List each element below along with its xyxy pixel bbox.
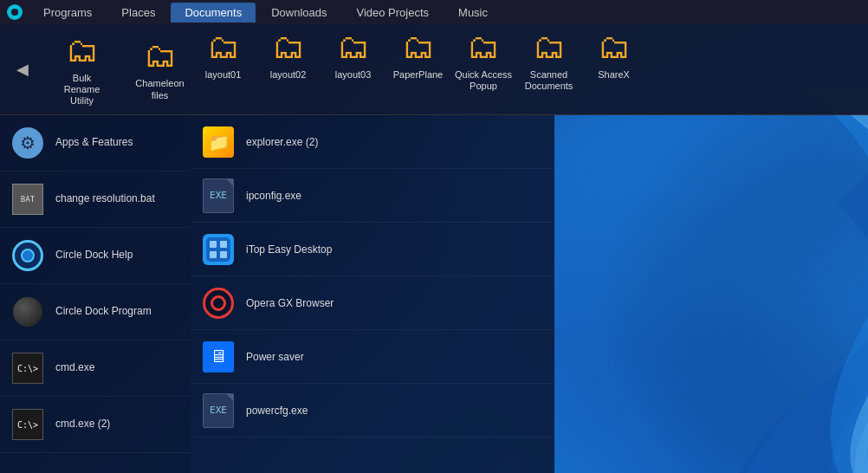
folder-label: Bulk Rename Utility bbox=[54, 73, 110, 107]
folder-strip-main: 🗂 layout01 🗂 layout02 🗂 layout03 🗂 Paper… bbox=[191, 24, 868, 115]
right-decoration bbox=[554, 115, 868, 473]
folder-chameleon[interactable]: 🗂 Chameleonfiles bbox=[127, 33, 191, 105]
folder-icon: 🗂 bbox=[337, 29, 370, 66]
explorer-icon: 📁 bbox=[201, 125, 236, 159]
folder-label: ShareX bbox=[598, 69, 630, 81]
folder-icon: 🗂 bbox=[272, 29, 305, 66]
folder-icon: 🗂 bbox=[66, 32, 99, 69]
file-label: explorer.exe (2) bbox=[246, 136, 318, 148]
sidebar-item-cmd[interactable]: C:\> cmd.exe bbox=[0, 340, 191, 397]
cmd-icon: C:\> bbox=[10, 351, 45, 386]
folder-scanned-docs[interactable]: 🗂 ScannedDocuments bbox=[516, 24, 581, 114]
app-logo bbox=[7, 4, 23, 20]
tab-music[interactable]: Music bbox=[444, 3, 502, 23]
gear-icon: ⚙ bbox=[10, 126, 45, 160]
tab-documents[interactable]: Documents bbox=[171, 3, 256, 23]
main-content: 🗂 layout01 🗂 layout02 🗂 layout03 🗂 Paper… bbox=[191, 24, 868, 473]
strip-back-button[interactable]: ◀ bbox=[13, 56, 32, 82]
file-label: iTop Easy Desktop bbox=[246, 243, 332, 256]
navbar: Programs Places Documents Downloads Vide… bbox=[0, 0, 868, 24]
folder-label: Chameleonfiles bbox=[135, 78, 184, 100]
folder-sharex[interactable]: 🗂 ShareX bbox=[581, 24, 646, 114]
file-label: Opera GX Browser bbox=[246, 297, 334, 309]
sidebar-item-label: change resolution.bat bbox=[55, 192, 155, 206]
sidebar-item-change-resolution[interactable]: BAT change resolution.bat bbox=[0, 172, 191, 228]
folder-icon: 🗂 bbox=[467, 29, 500, 66]
ball-icon bbox=[10, 295, 45, 329]
svg-rect-3 bbox=[220, 241, 227, 248]
folder-label: Quick AccessPopup bbox=[455, 69, 512, 92]
file-item-ipconfig[interactable]: EXE ipconfig.exe bbox=[191, 169, 554, 223]
svg-rect-4 bbox=[210, 251, 217, 258]
folder-layout02[interactable]: 🗂 layout02 bbox=[256, 24, 321, 114]
file-label: powercfg.exe bbox=[246, 405, 308, 417]
folder-icon: 🗂 bbox=[207, 29, 240, 66]
tab-places[interactable]: Places bbox=[107, 3, 169, 23]
circle-dock-icon bbox=[10, 238, 45, 273]
folder-label: layout02 bbox=[270, 69, 307, 81]
sidebar-item-cmd2[interactable]: C:\> cmd.exe (2) bbox=[0, 397, 191, 453]
folder-label: layout03 bbox=[335, 69, 372, 81]
svg-rect-5 bbox=[220, 251, 227, 258]
powercfg-icon: EXE bbox=[201, 393, 236, 428]
tab-downloads[interactable]: Downloads bbox=[257, 3, 340, 23]
folder-icon: 🗂 bbox=[402, 29, 435, 66]
folder-layout03[interactable]: 🗂 layout03 bbox=[321, 24, 385, 114]
svg-rect-2 bbox=[210, 241, 217, 248]
file-item-powercfg[interactable]: EXE powercfg.exe bbox=[191, 384, 554, 437]
sidebar-item-label: Apps & Features bbox=[55, 136, 133, 150]
cmd2-icon: C:\> bbox=[10, 407, 45, 442]
ipconfig-icon: EXE bbox=[201, 178, 236, 213]
file-label: Power saver bbox=[246, 351, 304, 363]
folder-paperplane[interactable]: 🗂 PaperPlane bbox=[385, 24, 450, 114]
sidebar-item-apps-features[interactable]: ⚙ Apps & Features bbox=[0, 115, 191, 172]
folder-label: ScannedDocuments bbox=[525, 69, 573, 92]
folder-layout01[interactable]: 🗂 layout01 bbox=[191, 24, 256, 114]
file-list: 📁 explorer.exe (2) EXE ipconfig.exe bbox=[191, 115, 554, 473]
strip-nav-left: ◀ bbox=[9, 56, 36, 82]
svg-rect-1 bbox=[206, 237, 230, 262]
sidebar-item-circle-dock-program[interactable]: Circle Dock Program bbox=[0, 284, 191, 340]
lower-content: 📁 explorer.exe (2) EXE ipconfig.exe bbox=[191, 115, 868, 473]
file-label: ipconfig.exe bbox=[246, 190, 301, 202]
file-item-explorer2[interactable]: 📁 explorer.exe (2) bbox=[191, 115, 554, 169]
sidebar-item-label: Circle Dock Help bbox=[55, 249, 133, 262]
bat-icon: BAT bbox=[10, 182, 45, 217]
folder-icon: 🗂 bbox=[144, 37, 177, 75]
folder-strip: ◀ 🗂 Bulk Rename Utility 🗂 Chameleonfiles… bbox=[0, 24, 191, 115]
left-sidebar: ◀ 🗂 Bulk Rename Utility 🗂 Chameleonfiles… bbox=[0, 24, 191, 473]
file-item-power-saver[interactable]: 🖥 Power saver bbox=[191, 330, 554, 384]
folder-label: PaperPlane bbox=[393, 69, 444, 81]
content-area: ◀ 🗂 Bulk Rename Utility 🗂 Chameleonfiles… bbox=[0, 24, 868, 473]
tab-video-projects[interactable]: Video Projects bbox=[342, 3, 443, 23]
sidebar-item-label: cmd.exe (2) bbox=[55, 418, 110, 431]
file-item-itop[interactable]: iTop Easy Desktop bbox=[191, 223, 554, 276]
folder-icon: 🗂 bbox=[533, 29, 566, 66]
folder-icon: 🗂 bbox=[598, 29, 631, 66]
folder-label: layout01 bbox=[205, 69, 242, 81]
folder-quick-access[interactable]: 🗂 Quick AccessPopup bbox=[450, 24, 516, 114]
sidebar-item-circle-dock-help[interactable]: Circle Dock Help bbox=[0, 228, 191, 284]
sidebar-item-label: Circle Dock Program bbox=[55, 305, 152, 319]
itop-icon bbox=[201, 232, 236, 267]
tab-programs[interactable]: Programs bbox=[29, 3, 106, 23]
nav-tabs: Programs Places Documents Downloads Vide… bbox=[29, 3, 502, 23]
file-item-opera[interactable]: Opera GX Browser bbox=[191, 276, 554, 330]
folder-bulk-rename[interactable]: 🗂 Bulk Rename Utility bbox=[49, 28, 114, 112]
monitor-icon: 🖥 bbox=[201, 340, 236, 374]
opera-icon bbox=[201, 286, 236, 321]
sidebar-item-label: cmd.exe bbox=[55, 361, 94, 375]
